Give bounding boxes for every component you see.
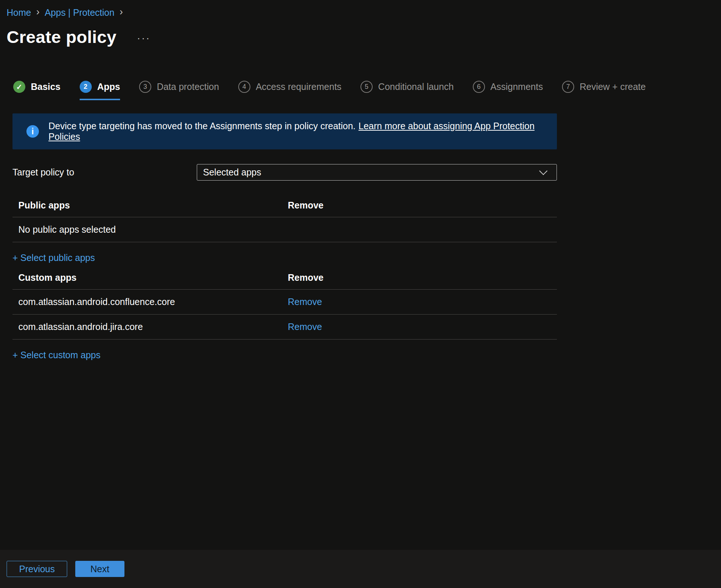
custom-apps-header-row: Custom apps Remove xyxy=(12,266,557,290)
step-assignments[interactable]: 6 Assignments xyxy=(473,81,543,100)
select-custom-apps-link[interactable]: + Select custom apps xyxy=(12,350,101,360)
dropdown-selected-value: Selected apps xyxy=(203,167,261,178)
no-public-apps-message: No public apps selected xyxy=(12,224,288,235)
info-icon: i xyxy=(26,125,39,138)
remove-jira-link[interactable]: Remove xyxy=(288,322,322,332)
info-banner: i Device type targeting has moved to the… xyxy=(12,113,557,149)
target-policy-row: Target policy to Selected apps xyxy=(12,164,557,181)
step-review-create[interactable]: 7 Review + create xyxy=(562,81,646,100)
next-button[interactable]: Next xyxy=(75,561,124,577)
custom-app-name: com.atlassian.android.confluence.core xyxy=(12,297,288,307)
breadcrumb-chevron-icon: › xyxy=(36,7,40,17)
step-apps[interactable]: 2 Apps xyxy=(80,81,120,100)
custom-apps-table: Custom apps Remove com.atlassian.android… xyxy=(12,266,557,340)
banner-message-text: Device type targeting has moved to the A… xyxy=(48,121,356,131)
previous-button[interactable]: Previous xyxy=(7,561,67,577)
breadcrumb-apps-protection-link[interactable]: Apps | Protection xyxy=(45,7,115,18)
page-title: Create policy xyxy=(7,27,116,47)
custom-apps-header: Custom apps xyxy=(12,272,288,283)
footer-bar: Previous Next xyxy=(0,550,721,588)
action-cell: Remove xyxy=(288,297,557,307)
step-number-icon: 6 xyxy=(473,81,485,93)
chevron-down-icon xyxy=(539,167,548,175)
title-row: Create policy ··· xyxy=(7,27,721,47)
remove-confluence-link[interactable]: Remove xyxy=(288,297,322,307)
table-row: com.atlassian.android.confluence.core Re… xyxy=(12,290,557,315)
action-cell: Remove xyxy=(288,322,557,332)
step-number-icon: 3 xyxy=(139,81,151,93)
banner-message: Device type targeting has moved to the A… xyxy=(48,121,546,142)
breadcrumb: Home › Apps | Protection › xyxy=(7,7,721,18)
step-number-icon: 4 xyxy=(238,81,250,93)
step-basics[interactable]: ✓ Basics xyxy=(13,81,61,100)
step-label: Conditional launch xyxy=(378,81,454,92)
custom-app-name: com.atlassian.android.jira.core xyxy=(12,322,288,332)
step-number-icon: 7 xyxy=(562,81,574,93)
check-icon: ✓ xyxy=(13,81,25,93)
remove-column-header: Remove xyxy=(288,200,557,211)
table-row: No public apps selected xyxy=(12,217,557,242)
step-label: Access requirements xyxy=(256,81,341,92)
step-label: Data protection xyxy=(157,81,219,92)
target-policy-label: Target policy to xyxy=(12,167,74,178)
step-number-icon: 5 xyxy=(360,81,373,93)
step-access-requirements[interactable]: 4 Access requirements xyxy=(238,81,341,100)
breadcrumb-chevron-icon: › xyxy=(120,7,123,17)
public-apps-header: Public apps xyxy=(12,200,288,211)
public-apps-table: Public apps Remove No public apps select… xyxy=(12,194,557,242)
wizard-steps: ✓ Basics 2 Apps 3 Data protection 4 Acce… xyxy=(13,81,721,100)
breadcrumb-home-link[interactable]: Home xyxy=(7,7,31,18)
target-policy-dropdown[interactable]: Selected apps xyxy=(197,164,557,181)
more-menu-icon[interactable]: ··· xyxy=(137,32,151,44)
page-header: Home › Apps | Protection › Create policy… xyxy=(0,0,721,47)
step-number-icon: 2 xyxy=(80,81,92,93)
step-label: Assignments xyxy=(490,81,543,92)
select-public-apps-link[interactable]: + Select public apps xyxy=(12,253,95,263)
step-label: Review + create xyxy=(580,81,646,92)
public-apps-header-row: Public apps Remove xyxy=(12,194,557,217)
step-label: Basics xyxy=(31,81,61,92)
step-data-protection[interactable]: 3 Data protection xyxy=(139,81,219,100)
step-label: Apps xyxy=(97,81,120,92)
table-row: com.atlassian.android.jira.core Remove xyxy=(12,315,557,340)
step-conditional-launch[interactable]: 5 Conditional launch xyxy=(360,81,454,100)
remove-column-header: Remove xyxy=(288,272,557,283)
